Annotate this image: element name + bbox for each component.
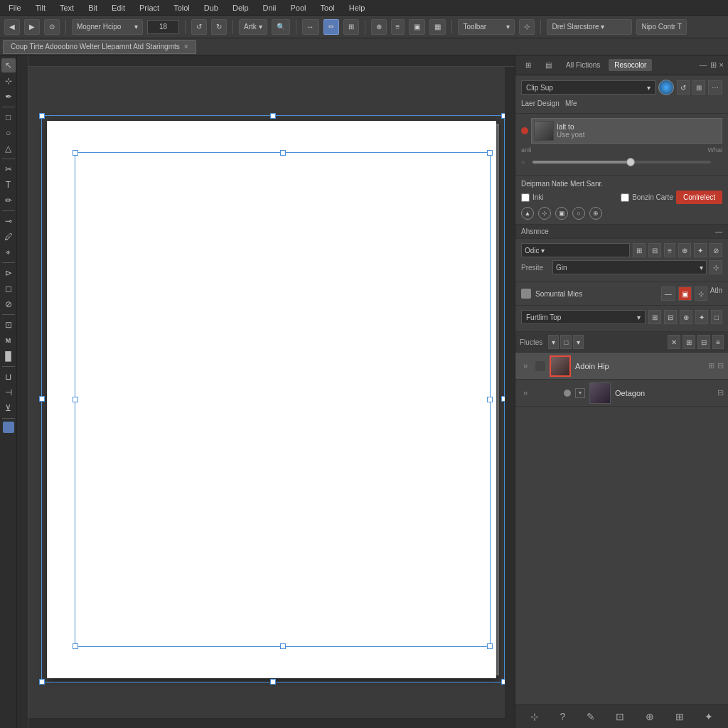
align-btn5[interactable]: ✦ bbox=[694, 243, 707, 257]
bonzin-checkbox-label[interactable]: Bonzin Carte bbox=[621, 193, 673, 202]
shape-tool[interactable]: ◻ bbox=[1, 282, 16, 296]
document-tab[interactable]: Coup Tirte Adooobno Welter Lleparnnt Atd… bbox=[3, 40, 196, 54]
layer-action-1[interactable]: ✕ bbox=[668, 335, 680, 349]
search-btn[interactable]: 🔍 bbox=[272, 19, 290, 35]
transform-btn[interactable]: ⊕ bbox=[371, 19, 387, 35]
hand-tool[interactable]: ⊣ bbox=[1, 385, 16, 400]
panel-close-icon[interactable]: × bbox=[719, 60, 724, 70]
inner-handle-br[interactable] bbox=[487, 643, 493, 649]
layer-row-1[interactable]: ○ Adoin Hip ⊞ ⊟ bbox=[515, 353, 728, 380]
action-icon-4[interactable]: ○ bbox=[572, 207, 585, 220]
pen-tool[interactable]: ✒ bbox=[1, 90, 16, 104]
filter-rect-btn[interactable]: □ bbox=[560, 335, 572, 349]
inner-handle-tr[interactable] bbox=[487, 150, 493, 156]
text-tool[interactable]: T bbox=[1, 178, 16, 192]
arrow-tool-btn[interactable]: ↔ bbox=[302, 19, 319, 35]
layer1-expand[interactable] bbox=[535, 361, 545, 371]
select-tool[interactable]: ↖ bbox=[1, 58, 16, 73]
font-dropdown[interactable]: Mogner Hcipo ▾ bbox=[72, 19, 143, 35]
action-icon-2[interactable]: ⊹ bbox=[538, 207, 551, 220]
menu-dnii[interactable]: Dnii bbox=[260, 2, 279, 14]
align-section-header[interactable]: Ahsnnce — bbox=[515, 225, 728, 239]
furtlim-btn2[interactable]: ⊟ bbox=[664, 310, 677, 324]
panel-icon-btn2[interactable]: ▤ bbox=[540, 59, 557, 71]
menu-pool[interactable]: Pool bbox=[288, 2, 309, 14]
bonzin-checkbox[interactable] bbox=[621, 193, 629, 202]
tab-close-btn[interactable]: × bbox=[184, 43, 188, 50]
vector-tool[interactable]: ⊹ bbox=[1, 74, 16, 88]
menu-help[interactable]: Help bbox=[346, 2, 368, 14]
clip-action-btn1[interactable]: ↺ bbox=[677, 80, 690, 95]
bottom-btn-5[interactable]: ⊕ bbox=[643, 710, 657, 724]
clip-action-btn3[interactable]: ⋯ bbox=[708, 80, 722, 95]
ellipse-tool[interactable]: ○ bbox=[1, 126, 16, 140]
fill2-tool[interactable]: █ bbox=[1, 349, 16, 363]
menu-edit[interactable]: Edit bbox=[109, 2, 128, 14]
menu-tool[interactable]: Tool bbox=[318, 2, 338, 14]
handle-bc[interactable] bbox=[270, 679, 276, 685]
inner-handle-bl[interactable] bbox=[73, 643, 78, 649]
crop-tool[interactable]: ✂ bbox=[1, 162, 16, 176]
snap-btn[interactable]: ⊹ bbox=[519, 19, 535, 35]
inki-checkbox-label[interactable]: Inki bbox=[521, 193, 544, 202]
layer2-vis2[interactable] bbox=[564, 390, 571, 397]
inner-handle-mr[interactable] bbox=[487, 397, 493, 402]
layer2-visibility[interactable]: ○ bbox=[520, 387, 531, 399]
bottom-btn-3[interactable]: ✎ bbox=[584, 710, 598, 724]
layer-action-2[interactable]: ⊞ bbox=[682, 335, 695, 349]
menu-bit[interactable]: Bit bbox=[85, 2, 100, 14]
inki-checkbox[interactable] bbox=[521, 193, 530, 202]
tab-resocolor[interactable]: Resocolor bbox=[609, 59, 652, 71]
menu-file[interactable]: File bbox=[6, 2, 24, 14]
handle-tl[interactable] bbox=[39, 113, 45, 119]
menu-tilt[interactable]: Tilt bbox=[33, 2, 48, 14]
align2-btn[interactable]: ≡ bbox=[391, 19, 405, 35]
furtlim-btn3[interactable]: ⊕ bbox=[680, 310, 692, 324]
menu-tolol[interactable]: Tolol bbox=[171, 2, 193, 14]
layer-preview-item[interactable]: Ialt to Use yoat bbox=[531, 118, 722, 144]
opacity-slider[interactable]: ○ bbox=[521, 156, 722, 168]
align-btn4[interactable]: ⊕ bbox=[678, 243, 691, 257]
align-dropdown[interactable]: Artk ▾ bbox=[239, 19, 267, 35]
node-tool[interactable]: ⊳ bbox=[1, 266, 16, 280]
menu-dub[interactable]: Dub bbox=[201, 2, 221, 14]
layer-action-4[interactable]: ≡ bbox=[712, 335, 724, 349]
layer1-icon2[interactable]: ⊟ bbox=[717, 361, 724, 370]
brush-tool[interactable]: ✏ bbox=[1, 193, 16, 208]
inner-handle-tl[interactable] bbox=[73, 150, 78, 156]
presite-icon-btn[interactable]: ⊹ bbox=[710, 260, 722, 274]
toolbar-mode-dropdown[interactable]: Toolbar ▾ bbox=[458, 19, 515, 35]
inner-handle-ml[interactable] bbox=[73, 397, 78, 402]
color-fill-swatch[interactable] bbox=[3, 422, 14, 433]
nav-back-btn[interactable]: ◀ bbox=[4, 19, 20, 35]
fill-tool[interactable]: 🖊 bbox=[1, 230, 16, 244]
layer1-icon1[interactable]: ⊞ bbox=[708, 361, 714, 370]
font-size-input[interactable] bbox=[147, 20, 179, 34]
handle-tc[interactable] bbox=[270, 113, 276, 119]
layer-row-2[interactable]: ○ ▾ Oetagon ⊟ bbox=[515, 380, 728, 407]
action-icon-1[interactable]: ▲ bbox=[521, 207, 534, 220]
layer2-expand-btn[interactable]: ▾ bbox=[575, 388, 585, 398]
action-icon-3[interactable]: ▣ bbox=[555, 207, 568, 220]
vertical-scrollbar[interactable] bbox=[505, 67, 515, 718]
clip-sup-dropdown[interactable]: Clip Sup ▾ bbox=[521, 80, 655, 95]
action-icon-5[interactable]: ⊕ bbox=[589, 207, 602, 220]
panel-minimize-icon[interactable]: — bbox=[700, 60, 707, 70]
frame-tool-btn[interactable]: ⊞ bbox=[343, 19, 359, 35]
align-btn1[interactable]: ⊞ bbox=[633, 243, 646, 257]
tab-all-fictions[interactable]: All Fictions bbox=[560, 59, 606, 71]
menu-text[interactable]: Text bbox=[57, 2, 77, 14]
bottom-btn-6[interactable]: ⊞ bbox=[673, 710, 687, 724]
clip-action-btn2[interactable]: ⊞ bbox=[692, 80, 705, 95]
grid-tool[interactable]: ⊡ bbox=[1, 318, 16, 332]
furtlim-btn1[interactable]: ⊞ bbox=[648, 310, 661, 324]
handle-bl[interactable] bbox=[39, 679, 45, 685]
filter-dropdown[interactable]: ▾ bbox=[548, 335, 559, 349]
color-picker-btn[interactable] bbox=[658, 80, 674, 95]
polygon-tool[interactable]: △ bbox=[1, 141, 16, 156]
view-btn1[interactable]: ▣ bbox=[409, 19, 425, 35]
rotate-left-btn[interactable]: ↺ bbox=[191, 19, 207, 35]
rotate-tool[interactable]: ⊻ bbox=[1, 401, 16, 415]
view-btn2[interactable]: ▦ bbox=[429, 19, 446, 35]
path-tool[interactable]: ⊸ bbox=[1, 214, 16, 228]
